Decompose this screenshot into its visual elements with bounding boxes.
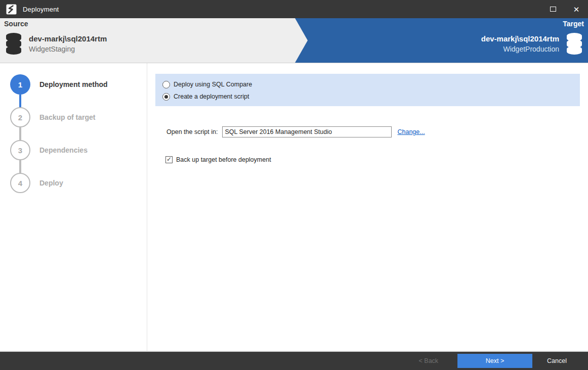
target-database-block: dev-markj\sql2014rtm WidgetProduction — [481, 32, 583, 55]
step-4-circle: 4 — [10, 173, 30, 193]
source-database-block: dev-markj\sql2014rtm WidgetStaging — [5, 32, 107, 55]
radio-icon — [162, 81, 170, 88]
source-database-icon — [5, 32, 22, 55]
source-database-name: WidgetStaging — [29, 44, 107, 54]
source-target-header: Target dev-markj\sql2014rtm WidgetProduc… — [0, 18, 588, 63]
target-server-name: dev-markj\sql2014rtm — [481, 33, 559, 44]
wizard-steps-sidebar: 1 Deployment method 2 Backup of target 3… — [0, 63, 147, 351]
step-1-circle: 1 — [10, 74, 30, 95]
step-content: Deploy using SQL Compare Create a deploy… — [147, 63, 588, 351]
step-connector-2-3 — [19, 127, 21, 140]
maximize-icon — [550, 7, 556, 12]
open-script-label: Open the script in: — [166, 128, 218, 135]
source-heading: Source — [4, 20, 28, 28]
change-link[interactable]: Change... — [397, 128, 425, 135]
step-1-label: Deployment method — [39, 80, 108, 88]
radio-label: Create a deployment script — [174, 93, 249, 100]
step-dependencies[interactable]: 3 Dependencies — [0, 140, 88, 160]
step-deployment-method[interactable]: 1 Deployment method — [0, 74, 108, 95]
radio-selected-icon — [162, 93, 170, 101]
open-script-row: Open the script in: Change... — [166, 126, 425, 137]
back-button[interactable]: < Back — [419, 357, 439, 364]
app-logo-icon — [6, 4, 17, 15]
radio-create-deployment-script[interactable]: Create a deployment script — [162, 90, 580, 103]
radio-label: Deploy using SQL Compare — [174, 81, 252, 88]
step-2-label: Backup of target — [39, 113, 95, 121]
step-backup-of-target[interactable]: 2 Backup of target — [0, 107, 95, 127]
wizard-body: 1 Deployment method 2 Backup of target 3… — [0, 63, 588, 351]
footer-bar: < Back Next > Cancel — [0, 351, 588, 370]
close-icon: ✕ — [573, 6, 580, 13]
deployment-window: Deployment ✕ Target dev-markj\sql2014rtm… — [0, 0, 588, 370]
step-3-label: Dependencies — [39, 146, 88, 154]
radio-deploy-using-sql-compare[interactable]: Deploy using SQL Compare — [162, 78, 580, 90]
target-database-icon — [566, 32, 583, 55]
step-3-circle: 3 — [10, 140, 30, 160]
step-2-circle: 2 — [10, 107, 30, 127]
title-bar: Deployment ✕ — [0, 0, 588, 18]
deployment-method-options-panel: Deploy using SQL Compare Create a deploy… — [155, 74, 580, 106]
cancel-button[interactable]: Cancel — [547, 357, 567, 364]
target-heading: Target — [563, 20, 584, 28]
source-server-name: dev-markj\sql2014rtm — [29, 33, 107, 44]
window-title: Deployment — [23, 6, 59, 13]
open-script-input[interactable] — [222, 126, 392, 137]
backup-target-checkbox-row[interactable]: ✓ Back up target before deployment — [165, 156, 271, 163]
step-4-label: Deploy — [39, 179, 63, 187]
next-button[interactable]: Next > — [457, 354, 532, 368]
maximize-button[interactable] — [541, 0, 565, 18]
step-deploy[interactable]: 4 Deploy — [0, 173, 63, 193]
step-connector-3-4 — [19, 160, 21, 173]
close-button[interactable]: ✕ — [565, 0, 588, 18]
target-database-name: WidgetProduction — [481, 44, 559, 54]
backup-checkbox-label: Back up target before deployment — [176, 156, 271, 163]
step-connector-1-2 — [19, 95, 21, 107]
checkbox-checked-icon[interactable]: ✓ — [165, 156, 173, 163]
